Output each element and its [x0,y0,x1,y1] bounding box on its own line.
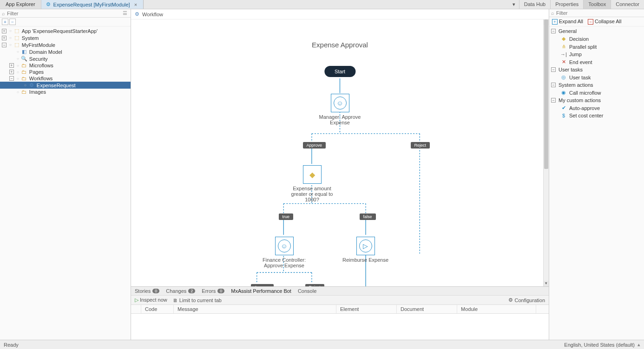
tree-item-microflows[interactable]: +○🗀Microflows [0,62,131,69]
grid-col-element[interactable]: Element [336,305,397,313]
bullet-icon: ○ [17,57,19,61]
expander-icon[interactable]: + [9,70,14,74]
app-explorer-tree[interactable]: +○⬚App 'ExpenseRequestStarterApp'+○⬚Syst… [0,26,131,340]
workflow-path-true[interactable]: true [279,213,294,220]
tree-item-pages[interactable]: +○🗀Pages [0,69,131,75]
toolbox-item-user-task[interactable]: ◎User task [549,73,644,81]
bottom-tab-changes[interactable]: Changes2 [166,288,195,294]
editor-tab-label: ExpenseRequest [MyFirstModule] [53,2,130,7]
tree-item-myfirstmodule[interactable]: −○⬚MyFirstModule [0,41,131,48]
grid-col-message[interactable]: Message [174,305,336,313]
grid-header: CodeMessageElementDocumentModule [131,305,549,314]
collapse-all-button[interactable]: −Collapse All [588,19,621,25]
tree-item-label: ExpenseRequest [37,83,76,88]
bullet-icon: ○ [24,83,26,87]
workflow-node-manager-approve[interactable]: ☺ [331,94,349,112]
badge: 0 [217,289,224,293]
workflow-canvas[interactable]: Expense Approval Start ☺ Manager: Approv… [131,19,549,286]
workflow-start-node[interactable]: Start [324,66,355,77]
toolbox-item-decision[interactable]: ◆Decision [549,35,644,43]
tree-item-app-expenserequeststarterapp-[interactable]: +○⬚App 'ExpenseRequestStarterApp' [0,27,131,34]
app-explorer-filter-input[interactable] [7,11,119,16]
tab-properties[interactable]: Properties [550,0,583,9]
close-icon[interactable]: × [133,2,138,7]
expander-icon[interactable]: − [551,67,556,72]
toolbox-category[interactable]: −General [549,27,644,35]
expander-icon[interactable]: − [9,76,14,81]
dropdown-caret-icon[interactable]: ▾ [509,0,519,9]
workflow-node-decision[interactable]: ◆ [303,165,322,184]
bottom-tab-errors[interactable]: Errors0 [202,288,224,294]
expander-icon[interactable]: − [551,98,556,103]
node-type-icon: ◧ [21,49,27,55]
tree-item-expenserequest[interactable]: ○⚙ExpenseRequest [0,82,131,89]
minus-icon: − [588,19,593,25]
expander-icon[interactable]: − [2,43,7,47]
workflow-path-reject[interactable]: Reject [411,142,430,149]
workflow-node-reimburse-label: Reimburse Expense [342,257,389,263]
tree-item-system[interactable]: +○⬚System [0,34,131,41]
expand-all-button[interactable]: + [2,19,8,25]
canvas-scrollbar[interactable]: ▴ ▾ [543,19,549,286]
expander-icon[interactable]: + [2,29,7,33]
workflow-node-finance-approve[interactable]: ☺ [275,237,294,255]
grid-col-document[interactable]: Document [397,305,457,313]
workflow-path-approve[interactable]: Approve [303,142,326,149]
workflow-path-reject-2[interactable]: Reject [305,284,325,286]
node-type-icon: 🗀 [21,89,27,95]
tree-item-workflows[interactable]: −○🗀Workflows [0,75,131,82]
tree-item-label: System [22,35,39,41]
expand-all-button[interactable]: +Expand All [552,19,583,25]
tab-toolbox[interactable]: Toolbox [583,0,611,9]
bottom-tab-console[interactable]: Console [298,288,316,294]
toolbox-item-call-microflow[interactable]: ◉Call microflow [549,89,644,97]
toolbox-item-icon: ⋔ [560,44,567,50]
toolbox-category[interactable]: −My custom actions [549,97,644,104]
scroll-thumb[interactable] [544,19,548,169]
toolbox-item-end-event[interactable]: ✕End event [549,58,644,66]
bottom-tab-stories[interactable]: Stories0 [135,288,159,294]
collapse-all-button[interactable]: − [9,19,16,25]
scroll-down-icon[interactable]: ▾ [544,281,549,286]
workflow-path-false[interactable]: false [360,213,376,220]
inspect-now-button[interactable]: ▷ Inspect now [135,297,167,303]
toolbox-item-label: Set cost center [569,113,603,118]
node-type-icon: 🗀 [21,69,27,75]
expander-icon[interactable]: + [9,63,14,68]
limit-to-tab-button[interactable]: 🗎 Limit to current tab [173,297,222,303]
node-type-icon: ⬚ [13,28,20,34]
expander-icon[interactable]: − [551,29,556,33]
bottom-tab-mxassist-performance-bot[interactable]: MxAssist Performance Bot [231,288,291,294]
tree-item-domain-model[interactable]: ○◧Domain Model [0,48,131,55]
tab-connector[interactable]: Connector [611,0,644,9]
toolbox-item-jump[interactable]: →|Jump [549,51,644,58]
expander-icon[interactable]: + [2,36,7,40]
workflow-path-approve-2[interactable]: Approve [251,284,274,286]
grid-col-code[interactable]: Code [141,305,174,313]
tree-item-security[interactable]: ○🔍Security [0,55,131,62]
app-explorer-title: App Explorer [0,0,41,9]
tab-data-hub[interactable]: Data Hub [519,0,550,9]
document-icon: 🗎 [173,297,178,303]
grid-col-handle[interactable] [131,305,141,313]
grid-col-module[interactable]: Module [457,305,536,313]
toolbox-tree[interactable]: −General◆Decision⋔Parallel split→|Jump✕E… [549,26,644,340]
toolbox-item-label: Decision [569,36,589,42]
bullet-icon: ○ [9,43,12,47]
configuration-button[interactable]: ⚙ Configuration [508,297,545,303]
expand-tree-icon[interactable]: ☰ [121,10,129,16]
toolbox-filter-input[interactable] [556,10,642,16]
toolbox-category[interactable]: −User tasks [549,66,644,73]
category-label: System actions [559,82,593,88]
toolbox-item-label: User task [569,75,591,80]
toolbox-item-auto-approve[interactable]: ✔Auto-approve [549,104,644,112]
category-label: General [559,28,577,34]
tree-item-images[interactable]: ○🗀Images [0,89,131,95]
expander-icon[interactable]: − [551,83,556,87]
toolbox-item-set-cost-center[interactable]: $Set cost center [549,112,644,119]
toolbox-item-parallel-split[interactable]: ⋔Parallel split [549,43,644,51]
editor-tab-expense-request[interactable]: ⚙ ExpenseRequest [MyFirstModule] × [41,0,144,9]
workflow-node-reimburse[interactable]: ▷ [356,237,375,255]
chevron-up-icon[interactable]: ▴ [637,342,640,348]
toolbox-category[interactable]: −System actions [549,81,644,89]
